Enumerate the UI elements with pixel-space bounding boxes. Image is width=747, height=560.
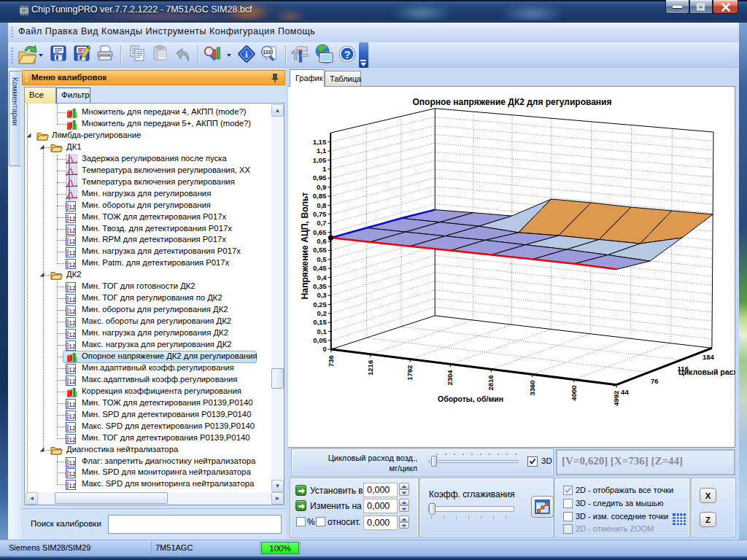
svg-text:1216: 1216 bbox=[366, 360, 374, 376]
svg-text:0,4: 0,4 bbox=[317, 273, 327, 281]
svg-text:736: 736 bbox=[327, 355, 335, 367]
svg-text:0,35: 0,35 bbox=[313, 282, 327, 290]
svg-text:4992: 4992 bbox=[612, 391, 620, 406]
svg-text:0,45: 0,45 bbox=[313, 264, 327, 272]
svg-text:2816: 2816 bbox=[487, 375, 495, 390]
svg-text:3360: 3360 bbox=[528, 380, 536, 395]
svg-text:76: 76 bbox=[651, 377, 659, 385]
svg-text:110: 110 bbox=[263, 49, 271, 55]
svg-text:1.2: 1.2 bbox=[69, 296, 75, 303]
svg-text:?: ? bbox=[344, 49, 351, 61]
svg-text:2304: 2304 bbox=[446, 370, 454, 386]
svg-text:0,8: 0,8 bbox=[317, 201, 326, 209]
svg-text:0,2: 0,2 bbox=[317, 309, 326, 317]
svg-text:0: 0 bbox=[323, 345, 327, 353]
svg-text:0,5: 0,5 bbox=[317, 255, 327, 263]
svg-text:1.2: 1.2 bbox=[69, 424, 75, 432]
svg-text:1.2: 1.2 bbox=[69, 378, 75, 385]
svg-text:0,75: 0,75 bbox=[313, 210, 327, 218]
svg-text:1.2: 1.2 bbox=[69, 319, 75, 327]
svg-text:1.2: 1.2 bbox=[69, 482, 75, 489]
svg-text:Опорное напряжение ДК2 для рег: Опорное напряжение ДК2 для регулирования bbox=[413, 97, 612, 107]
svg-text:0,95: 0,95 bbox=[313, 174, 327, 182]
svg-text:1: 1 bbox=[322, 165, 327, 173]
svg-text:1.2: 1.2 bbox=[69, 249, 75, 257]
svg-text:1.2: 1.2 bbox=[69, 401, 75, 408]
svg-text:0,15: 0,15 bbox=[313, 318, 327, 326]
svg-text:1.2: 1.2 bbox=[69, 436, 75, 443]
svg-text:1.2: 1.2 bbox=[69, 413, 75, 420]
svg-text:0,7: 0,7 bbox=[317, 219, 326, 227]
svg-text:Напряжение АЦП, Вольт: Напряжение АЦП, Вольт bbox=[300, 192, 310, 300]
svg-text:1.2: 1.2 bbox=[69, 238, 75, 245]
svg-text:1.2: 1.2 bbox=[69, 227, 75, 234]
svg-text:1792: 1792 bbox=[406, 365, 414, 381]
svg-text:0,55: 0,55 bbox=[313, 246, 327, 254]
svg-text:1.2: 1.2 bbox=[69, 284, 75, 292]
svg-text:1,15: 1,15 bbox=[313, 138, 327, 146]
svg-text:1.2: 1.2 bbox=[69, 470, 75, 478]
svg-text:0,3: 0,3 bbox=[317, 291, 326, 299]
svg-text:0,65: 0,65 bbox=[313, 228, 327, 236]
svg-text:1.2: 1.2 bbox=[69, 203, 75, 211]
svg-text:1.2: 1.2 bbox=[69, 343, 75, 350]
svg-text:4000: 4000 bbox=[570, 386, 578, 401]
svg-text:1.2: 1.2 bbox=[69, 308, 75, 315]
svg-text:1,1: 1,1 bbox=[317, 147, 327, 155]
svg-text:1.2: 1.2 bbox=[69, 261, 75, 268]
svg-text:1.2: 1.2 bbox=[69, 366, 75, 373]
svg-text:1.2: 1.2 bbox=[69, 215, 75, 222]
svg-text:0,25: 0,25 bbox=[313, 300, 327, 308]
svg-text:Обороты, об/мин: Обороты, об/мин bbox=[438, 394, 503, 403]
svg-text:Цикловый расх: Цикловый расх bbox=[678, 368, 735, 376]
svg-text:184: 184 bbox=[703, 353, 715, 361]
svg-text:0,6: 0,6 bbox=[317, 237, 326, 245]
svg-text:0,85: 0,85 bbox=[313, 192, 327, 200]
svg-text:1,05: 1,05 bbox=[313, 156, 327, 164]
svg-text:0,9: 0,9 bbox=[317, 183, 326, 191]
svg-text:0,05: 0,05 bbox=[313, 336, 327, 344]
svg-text:44: 44 bbox=[621, 388, 629, 396]
svg-text:1.2: 1.2 bbox=[69, 459, 75, 467]
svg-text:1.2: 1.2 bbox=[69, 331, 75, 338]
svg-text:0,1: 0,1 bbox=[317, 327, 327, 335]
